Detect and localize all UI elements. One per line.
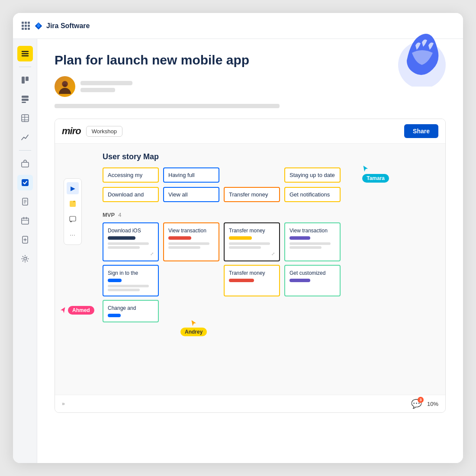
svg-rect-10: [22, 162, 29, 167]
story-card-accessing[interactable]: Accessing my: [103, 167, 159, 183]
jira-app-name: Jira Software: [46, 22, 90, 30]
svg-rect-27: [70, 201, 76, 207]
share-button[interactable]: Share: [404, 124, 438, 138]
task-title-change-and: Change and: [108, 305, 154, 311]
task-empty-3c: [224, 300, 280, 322]
task-empty-3d: [284, 300, 341, 322]
sidebar-divider-2: [19, 150, 31, 151]
sidebar-item-calendar[interactable]: [17, 213, 33, 228]
task-bar-red-2: [229, 279, 254, 282]
tool-comment[interactable]: [67, 213, 79, 225]
svg-rect-3: [22, 96, 29, 98]
andrey-label: Andrey: [180, 328, 207, 336]
story-card-view-all[interactable]: View all: [163, 187, 219, 202]
task-card-change-and[interactable]: Change and: [103, 300, 159, 322]
sidebar-item-document[interactable]: [17, 194, 33, 209]
task-bar-purple-1: [289, 236, 310, 240]
svg-rect-11: [22, 179, 29, 186]
svg-rect-1: [22, 77, 25, 84]
svg-rect-16: [22, 218, 29, 224]
task-title-get-customized: Get customized: [289, 270, 335, 276]
sidebar-item-stack[interactable]: [17, 91, 33, 107]
story-row-2: Download and View all Transfer money Get…: [103, 187, 437, 202]
sidebar-item-briefcase[interactable]: [17, 156, 33, 171]
task-title-sign-in: Sign in to the: [108, 270, 154, 276]
page-title: Plan for launch new mobile app: [55, 53, 446, 68]
task-title-view-transaction-1: View transaction: [168, 228, 214, 234]
task-card-sign-in[interactable]: Sign in to the: [103, 265, 159, 296]
app-window: Jira Software: [13, 13, 463, 463]
task-bar-yellow-1: [229, 236, 252, 240]
story-card-transfer-money-top[interactable]: Transfer money: [224, 187, 280, 202]
user-name-skeleton: [80, 81, 132, 85]
jira-diamond-icon: [34, 22, 43, 30]
task-skeleton-1: [108, 242, 154, 249]
task-title-transfer-money-2: Transfer money: [229, 270, 275, 276]
sidebar-divider-1: [19, 67, 31, 67]
main-layout: Plan for launch new mobile app: [13, 39, 463, 463]
svg-point-23: [24, 257, 26, 260]
cursor-andrey: Andrey: [180, 319, 207, 336]
sidebar-item-checklist[interactable]: [17, 175, 33, 190]
svg-rect-6: [22, 115, 29, 122]
sidebar-item-board[interactable]: [17, 72, 33, 88]
task-bar-blue-1: [108, 279, 122, 282]
cursor-ahmed: Ahmed: [59, 306, 94, 315]
story-card-get-notif[interactable]: Get notifications: [284, 187, 341, 202]
task-card-get-customized[interactable]: Get customized: [284, 265, 341, 296]
notification-badge[interactable]: 💬 3: [411, 399, 422, 409]
sidebar-item-miro[interactable]: [17, 46, 33, 61]
mvp-count: 4: [118, 212, 121, 218]
content-area: Plan for launch new mobile app: [37, 39, 463, 463]
user-info: [55, 76, 446, 97]
task-card-transfer-money-mvp[interactable]: Transfer money ⤢: [224, 222, 280, 261]
mvp-text: MVP: [103, 212, 115, 218]
task-card-download-ios[interactable]: Download iOS ⤢: [103, 222, 159, 261]
miro-logo-area: miro Workshop: [62, 125, 122, 137]
task-row-1: Download iOS ⤢: [103, 222, 437, 261]
story-map: Accessing my Having full Staying up to d…: [103, 167, 437, 322]
svg-rect-2: [26, 77, 29, 81]
svg-point-26: [63, 84, 67, 87]
svg-rect-28: [70, 216, 76, 221]
task-skeleton-5: [108, 285, 154, 291]
ahmed-label: Ahmed: [68, 306, 94, 315]
miro-workshop-tab[interactable]: Workshop: [86, 126, 122, 137]
mvp-section: MVP 4 Download iOS: [103, 212, 437, 322]
story-card-staying[interactable]: Staying up to date: [284, 167, 341, 183]
sidebar-item-settings[interactable]: [17, 251, 33, 267]
miro-canvas: ▶ ···: [55, 144, 445, 395]
avatar: [55, 76, 75, 97]
expand-button[interactable]: »: [62, 401, 65, 407]
tool-cursor[interactable]: ▶: [67, 182, 79, 194]
sidebar-item-chart[interactable]: [17, 129, 33, 145]
story-card-having[interactable]: Having full: [163, 167, 219, 183]
task-bar-dark: [108, 236, 135, 240]
sidebar-item-add-page[interactable]: [17, 232, 33, 248]
miro-bottom-bar: » 💬 3 10%: [55, 395, 445, 412]
task-card-view-transaction-1[interactable]: View transaction: [163, 222, 219, 261]
miro-wordmark: miro: [62, 125, 81, 137]
task-title-transfer-money-mvp: Transfer money: [229, 228, 275, 234]
task-row-2: Sign in to the: [103, 265, 437, 296]
task-row-3: Change and: [103, 300, 437, 322]
story-card-download-and[interactable]: Download and: [103, 187, 159, 202]
task-card-transfer-money-2[interactable]: Transfer money: [224, 265, 280, 296]
task-skeleton-3: [229, 242, 275, 249]
sidebar-item-table[interactable]: [17, 110, 33, 126]
apps-grid-icon[interactable]: [22, 22, 30, 30]
tool-sticky[interactable]: [67, 198, 79, 210]
cursor-tamara: Tamara: [362, 164, 389, 183]
task-skeleton-2: [168, 242, 214, 249]
drag-icon-1: ⤢: [150, 251, 154, 256]
user-text-block: [80, 81, 132, 92]
tool-more[interactable]: ···: [67, 229, 79, 241]
task-card-view-transaction-2[interactable]: View transaction: [284, 222, 341, 261]
svg-rect-5: [22, 102, 26, 103]
sidebar: [13, 39, 37, 463]
tamara-label: Tamara: [362, 174, 389, 183]
task-title-download-ios: Download iOS: [108, 228, 154, 234]
miro-toolbar: miro Workshop Share: [55, 119, 445, 144]
miro-tools-panel: ▶ ···: [64, 178, 82, 245]
story-map-title: User story Map: [103, 152, 437, 161]
